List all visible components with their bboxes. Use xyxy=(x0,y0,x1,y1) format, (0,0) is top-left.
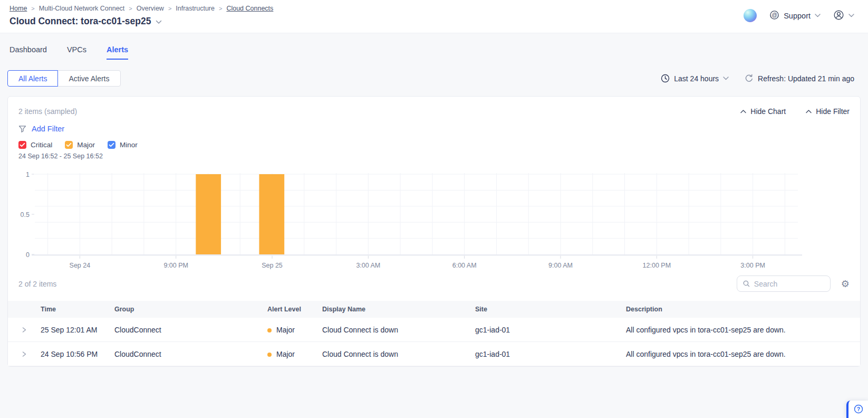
cell-site: gc1-iad-01 xyxy=(475,326,626,334)
alerts-panel: 2 items (sampled) Hide Chart Hide Filter… xyxy=(7,96,861,367)
funnel-icon xyxy=(18,125,26,133)
checkbox-checked-icon[interactable] xyxy=(108,141,115,149)
refresh-status-label: Refresh: Updated 21 min ago xyxy=(758,74,854,83)
row-expand-chevron-icon[interactable] xyxy=(8,327,41,333)
severity-label: Critical xyxy=(31,141,52,149)
cell-alert-level: Major xyxy=(267,326,322,334)
page-title: Cloud Connect: tora-cc01-sep25 xyxy=(9,16,151,27)
breadcrumb-home[interactable]: Home xyxy=(9,5,27,12)
hide-filter-label: Hide Filter xyxy=(816,107,850,116)
assistant-orb-icon[interactable] xyxy=(744,9,757,22)
support-icon: @ xyxy=(769,10,779,22)
page-title-chevron-down-icon[interactable] xyxy=(156,17,162,26)
breadcrumb-infrastructure: Infrastructure xyxy=(176,5,215,12)
tab-vpcs[interactable]: VPCs xyxy=(67,45,86,60)
tab-bar: DashboardVPCsAlerts xyxy=(0,33,868,60)
svg-text:9:00 AM: 9:00 AM xyxy=(548,262,573,269)
svg-text:?: ? xyxy=(856,406,860,412)
chart-date-range: 24 Sep 16:52 - 25 Sep 16:52 xyxy=(18,153,850,160)
panel-header: 2 items (sampled) Hide Chart Hide Filter xyxy=(18,107,850,116)
chevron-down-icon xyxy=(848,14,854,17)
table-row[interactable]: 24 Sep 10:56 PM CloudConnect Major Cloud… xyxy=(8,342,860,366)
cell-display-name: Cloud Connect is down xyxy=(322,350,475,358)
row-expand-chevron-icon[interactable] xyxy=(8,351,41,357)
breadcrumb-cloud-connects[interactable]: Cloud Connects xyxy=(226,5,273,12)
breadcrumb-multi-cloud-network-connect: Multi-Cloud Network Connect xyxy=(39,5,125,12)
breadcrumb: Home>Multi-Cloud Network Connect>Overvie… xyxy=(9,5,273,12)
breadcrumb-separator: > xyxy=(124,5,136,12)
add-filter-button[interactable]: Add Filter xyxy=(18,125,64,133)
header-right: @ Support xyxy=(744,9,854,22)
svg-text:Sep 25: Sep 25 xyxy=(262,262,283,269)
app-header: Home>Multi-Cloud Network Connect>Overvie… xyxy=(0,0,868,33)
collapse-links: Hide Chart Hide Filter xyxy=(740,107,850,116)
cell-time: 25 Sep 12:01 AM xyxy=(41,326,114,334)
column-header-time: Time xyxy=(41,306,114,313)
breadcrumb-separator: > xyxy=(164,5,176,12)
svg-text:3:00 AM: 3:00 AM xyxy=(356,262,380,269)
severity-filter-row: Critical Major Minor xyxy=(18,141,850,149)
cell-description: All configured vpcs in tora-cc01-sep25 a… xyxy=(626,326,860,334)
svg-text:12:00 PM: 12:00 PM xyxy=(643,262,671,269)
severity-filter-minor[interactable]: Minor xyxy=(108,141,138,149)
support-menu[interactable]: @ Support xyxy=(769,10,821,22)
search-icon xyxy=(743,280,750,288)
svg-text:Sep 24: Sep 24 xyxy=(70,262,91,269)
search-input[interactable] xyxy=(754,280,824,288)
chevron-down-icon xyxy=(723,77,729,80)
cell-group: CloudConnect xyxy=(114,350,267,358)
chevron-up-icon xyxy=(740,110,746,113)
clock-icon xyxy=(661,74,670,83)
cell-description: All configured vpcs in tora-cc01-sep25 a… xyxy=(626,350,860,358)
help-widget[interactable]: ? xyxy=(846,401,868,418)
checkbox-checked-icon[interactable] xyxy=(18,141,26,149)
user-avatar-icon xyxy=(833,10,844,22)
time-range-dropdown[interactable]: Last 24 hours xyxy=(661,74,729,83)
breadcrumb-overview: Overview xyxy=(137,5,164,12)
table-header-row: TimeGroupAlert LevelDisplay NameSiteDesc… xyxy=(8,301,860,318)
alert-scope-toggle: All AlertsActive Alerts xyxy=(7,70,121,87)
column-header-alert-level: Alert Level xyxy=(267,306,322,313)
user-menu[interactable] xyxy=(833,10,854,22)
alert-level-dot-icon xyxy=(267,353,272,357)
tab-alerts[interactable]: Alerts xyxy=(107,45,128,60)
severity-label: Major xyxy=(77,141,95,149)
page-title-row: Cloud Connect: tora-cc01-sep25 xyxy=(9,16,273,27)
column-header-group: Group xyxy=(114,306,267,313)
hide-filter-button[interactable]: Hide Filter xyxy=(806,107,850,116)
severity-filter-critical[interactable]: Critical xyxy=(18,141,52,149)
right-controls: Last 24 hours Refresh: Updated 21 min ag… xyxy=(661,74,854,83)
checkbox-checked-icon[interactable] xyxy=(65,141,73,149)
column-header-site: Site xyxy=(475,306,626,313)
severity-filter-major[interactable]: Major xyxy=(65,141,95,149)
chevron-down-icon xyxy=(815,14,821,17)
help-question-icon: ? xyxy=(854,404,863,414)
table-toolbar-right: ⚙ xyxy=(737,276,850,292)
main-content: DashboardVPCsAlerts All AlertsActive Ale… xyxy=(0,33,868,367)
add-filter-label: Add Filter xyxy=(32,125,64,133)
support-label: Support xyxy=(784,12,811,20)
table-settings-gear-icon[interactable]: ⚙ xyxy=(841,279,850,289)
table-row[interactable]: 25 Sep 12:01 AM CloudConnect Major Cloud… xyxy=(8,318,860,342)
refresh-button[interactable]: Refresh: Updated 21 min ago xyxy=(745,74,854,83)
table-count: 2 of 2 items xyxy=(18,280,56,288)
column-header-display-name: Display Name xyxy=(322,306,475,313)
header-left: Home>Multi-Cloud Network Connect>Overvie… xyxy=(9,5,273,27)
hide-chart-label: Hide Chart xyxy=(750,107,786,116)
svg-text:6:00 AM: 6:00 AM xyxy=(452,262,477,269)
alerts-table: TimeGroupAlert LevelDisplay NameSiteDesc… xyxy=(8,301,860,366)
controls-row: All AlertsActive Alerts Last 24 hours Re… xyxy=(0,60,868,87)
toggle-all-alerts[interactable]: All Alerts xyxy=(7,70,58,87)
toggle-active-alerts[interactable]: Active Alerts xyxy=(57,70,120,87)
items-summary: 2 items (sampled) xyxy=(18,107,77,116)
hide-chart-button[interactable]: Hide Chart xyxy=(740,107,786,116)
svg-text:@: @ xyxy=(771,12,777,18)
svg-text:1: 1 xyxy=(26,171,30,178)
tab-dashboard[interactable]: Dashboard xyxy=(9,45,47,60)
cell-group: CloudConnect xyxy=(114,326,267,334)
column-header-description: Description xyxy=(626,306,860,313)
search-box xyxy=(737,276,831,292)
svg-text:9:00 PM: 9:00 PM xyxy=(163,262,188,269)
svg-text:3:00 PM: 3:00 PM xyxy=(740,262,765,269)
cell-alert-level: Major xyxy=(267,350,322,358)
